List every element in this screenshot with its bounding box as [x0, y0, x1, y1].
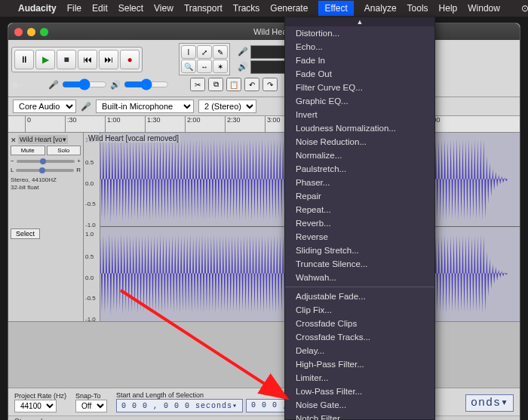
traffic-lights[interactable] [14, 28, 48, 36]
selection-toolbar: Project Rate (Hz) 44100 Snap-To Off Star… [8, 388, 520, 415]
effect-menu-item[interactable]: Reverb... [285, 216, 434, 230]
effect-menu-item[interactable]: Invert [285, 108, 434, 121]
amplitude-scale: 1.0 0.5 0.0 -0.5 -1.0 1.0 0.5 0.0 -0.5 -… [84, 133, 100, 321]
skip-start-button[interactable]: ⏮ [78, 50, 97, 69]
effect-menu-item[interactable]: Reverse [285, 230, 434, 244]
zoom-tool[interactable]: 🔍 [181, 60, 196, 73]
record-button[interactable]: ● [120, 50, 140, 69]
effect-menu-dropdown[interactable]: ▲ Distortion...Echo...Fade InFade OutFil… [284, 17, 435, 420]
effect-menu-item[interactable]: Crossfade Tracks... [285, 330, 434, 344]
paste-button[interactable]: 📋 [226, 78, 241, 91]
record-device-select[interactable]: Built-in Microphone [96, 100, 194, 113]
effect-menu-item[interactable]: Adjustable Fade... [285, 290, 434, 303]
zoom-icon[interactable] [40, 28, 48, 36]
speaker-vol-icon: 🔊 [110, 80, 121, 90]
effect-menu-item[interactable]: Fade In [285, 54, 434, 67]
effect-menu-item[interactable]: Normalize... [285, 149, 434, 162]
solo-button[interactable]: Solo [47, 146, 81, 155]
skip-end-button[interactable]: ⏭ [99, 50, 118, 69]
menu-generate[interactable]: Generate [270, 3, 308, 14]
mic-vol-icon: 🎤 [48, 80, 59, 90]
titlebar[interactable]: Wild Heart [vocal [8, 23, 520, 40]
effect-menu-item[interactable]: Sliding Stretch... [285, 244, 434, 257]
menu-help[interactable]: Help [439, 3, 458, 14]
wifi-icon[interactable]: ⊙ [521, 3, 528, 14]
snap-to-select[interactable]: Off [75, 400, 107, 412]
menu-edit[interactable]: Edit [92, 3, 108, 14]
effect-menu-item[interactable]: Filter Curve EQ... [285, 81, 434, 94]
tick: :30 [65, 116, 77, 132]
timeshift-tool[interactable]: ↔ [197, 60, 212, 73]
mute-button[interactable]: Mute [11, 146, 45, 155]
clip-label[interactable]: Wild Heart [vocal removed] [87, 134, 180, 143]
stop-button[interactable]: ■ [57, 50, 76, 69]
menu-file[interactable]: File [67, 3, 81, 14]
menu-tracks[interactable]: Tracks [233, 3, 260, 14]
playhead-icon[interactable]: ◉↔ [11, 80, 27, 90]
device-toolbar: Core Audio 🎤 Built-in Microphone 2 (Ster… [8, 97, 520, 116]
project-rate-label: Project Rate (Hz) [14, 392, 66, 400]
pan-slider[interactable] [16, 169, 74, 172]
effect-menu-item[interactable]: Noise Gate... [285, 398, 434, 412]
menu-scroll-up-icon[interactable]: ▲ [285, 17, 434, 26]
effect-menu-item[interactable]: Low-Pass Filter... [285, 385, 434, 398]
track-close-icon[interactable]: ✕ [11, 136, 17, 144]
minimize-icon[interactable] [27, 28, 35, 36]
effect-menu-item[interactable]: Fade Out [285, 67, 434, 81]
effect-menu-item[interactable]: Delay... [285, 344, 434, 357]
effect-menu-item[interactable]: Clip Fix... [285, 303, 434, 317]
gain-slider[interactable] [17, 160, 75, 163]
menu-tools[interactable]: Tools [407, 3, 428, 14]
record-channels-select[interactable]: 2 (Stereo) [198, 100, 256, 113]
play-button[interactable]: ▶ [35, 50, 55, 69]
menubar-app[interactable]: Audacity [18, 3, 57, 14]
track-name[interactable]: Wild Heart [vo▾ [18, 135, 68, 144]
selection-tool[interactable]: I [181, 45, 196, 59]
tick: 0 [25, 116, 31, 132]
menu-view[interactable]: View [154, 3, 173, 14]
effect-menu-item[interactable]: High-Pass Filter... [285, 357, 434, 371]
effect-menu-item[interactable]: Repair [285, 189, 434, 203]
cut-button[interactable]: ✂ [190, 78, 205, 91]
effect-menu-item[interactable]: Wahwah... [285, 271, 434, 284]
multi-tool[interactable]: ✶ [213, 60, 228, 73]
effect-menu-item[interactable]: Loudness Normalization... [285, 121, 434, 135]
effect-menu-item[interactable]: Crossfade Clips [285, 317, 434, 330]
copy-button[interactable]: ⧉ [208, 78, 223, 91]
empty-track-area[interactable] [8, 321, 520, 388]
effect-menu-item[interactable]: Graphic EQ... [285, 94, 434, 108]
effect-menu-item[interactable]: Phaser... [285, 176, 434, 189]
playback-volume-slider[interactable] [124, 78, 169, 90]
menu-analyze[interactable]: Analyze [364, 3, 397, 14]
tick: 2:00 [185, 116, 201, 132]
envelope-tool[interactable]: ⤢ [197, 45, 212, 59]
pause-button[interactable]: ⏸ [14, 50, 34, 69]
record-volume-slider[interactable] [62, 78, 107, 90]
effect-menu-item[interactable]: Distortion... [285, 26, 434, 40]
effect-menu-item[interactable]: Repeat... [285, 203, 434, 216]
effect-menu-item[interactable]: Noise Reduction... [285, 135, 434, 149]
timeline-ruler[interactable]: 0 :30 1:00 1:30 2:00 2:30 3:00 3:30 4:00… [8, 116, 520, 133]
selection-start[interactable]: 0 0 0 , 0 0 0 seconds▾ [116, 399, 243, 412]
undo-button[interactable]: ↶ [244, 78, 259, 91]
snap-to-label: Snap-To [75, 392, 107, 400]
effect-menu-item[interactable]: Truncate Silence... [285, 257, 434, 271]
draw-tool[interactable]: ✎ [213, 45, 228, 59]
menu-window[interactable]: Window [468, 3, 500, 14]
close-icon[interactable] [14, 28, 23, 36]
track-control-panel[interactable]: ✕ Wild Heart [vo▾ Mute Solo −+ LR Stereo… [8, 133, 84, 321]
audio-host-select[interactable]: Core Audio [13, 100, 76, 113]
redo-button[interactable]: ↷ [262, 78, 278, 91]
project-rate-select[interactable]: 44100 [14, 400, 57, 412]
menu-transport[interactable]: Transport [184, 3, 223, 14]
audio-position[interactable]: onds▾ [465, 394, 514, 412]
effect-menu-item[interactable]: Limiter... [285, 371, 434, 385]
menu-separator [285, 287, 434, 287]
effect-menu-item[interactable]: Notch Filter... [285, 412, 434, 420]
effect-menu-item[interactable]: Paulstretch... [285, 162, 434, 176]
effect-menu-item[interactable]: Echo... [285, 40, 434, 54]
menu-select[interactable]: Select [118, 3, 143, 14]
menu-effect[interactable]: Effect [318, 1, 353, 16]
tick: 1:00 [105, 116, 121, 132]
track-select-button[interactable]: Select [11, 228, 40, 239]
